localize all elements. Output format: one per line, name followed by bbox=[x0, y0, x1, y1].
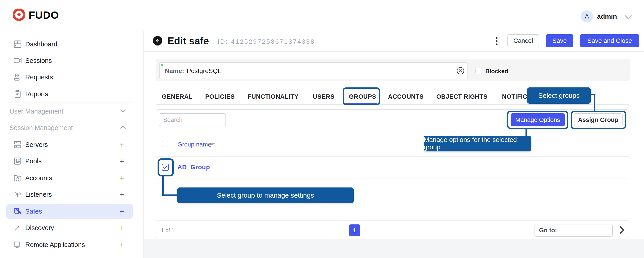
sort-icon[interactable] bbox=[209, 143, 215, 148]
remote-apps-icon bbox=[13, 240, 22, 250]
fudo-logo-text: FUDO bbox=[29, 9, 59, 21]
fudo-logo-icon bbox=[12, 8, 26, 22]
pools-icon bbox=[13, 156, 22, 166]
page-bottom-background bbox=[144, 239, 644, 258]
sidebar-item-dashboard[interactable]: Dashboard bbox=[0, 37, 144, 51]
add-remote-application-button[interactable]: + bbox=[118, 241, 126, 249]
chevron-up-icon bbox=[120, 125, 126, 131]
tab-policies[interactable]: POLICIES bbox=[205, 93, 235, 100]
sidebar-item-label: Discovery bbox=[25, 224, 54, 232]
column-header-group-name[interactable]: Group name bbox=[178, 141, 211, 148]
sidebar-item-safes[interactable]: Safes + bbox=[0, 204, 144, 218]
toolbar-divider bbox=[156, 131, 629, 131]
search-input[interactable] bbox=[159, 114, 226, 126]
safe-id-value: 4125297258671374338 bbox=[231, 38, 315, 45]
discovery-icon bbox=[13, 223, 22, 233]
dashboard-icon bbox=[13, 39, 22, 49]
user-menu-chevron-down-icon[interactable] bbox=[624, 14, 632, 21]
sidebar-item-sessions[interactable]: Sessions bbox=[0, 54, 144, 68]
sidebar-item-reports[interactable]: Reports bbox=[0, 87, 144, 101]
sidebar-item-discovery[interactable]: Discovery + bbox=[0, 221, 144, 235]
sidebar-item-requests[interactable]: Requests bbox=[0, 70, 144, 84]
goto-page-input[interactable]: Go to: bbox=[534, 224, 612, 237]
accounts-icon bbox=[13, 173, 22, 183]
section-label: Session Management bbox=[10, 124, 73, 131]
sidebar-section-session-management[interactable]: Session Management bbox=[10, 122, 136, 133]
sidebar-item-label: Reports bbox=[25, 90, 48, 98]
sidebar-item-listeners[interactable]: Listeners + bbox=[0, 187, 144, 201]
avatar-initial: A bbox=[585, 13, 589, 20]
tabs-bottom-border bbox=[156, 104, 629, 105]
sidebar-item-servers[interactable]: Servers + bbox=[0, 138, 144, 152]
pagination-range: 1 of 1 bbox=[161, 227, 174, 234]
listeners-icon bbox=[13, 189, 22, 199]
table-row-divider bbox=[156, 178, 629, 178]
fudo-logo[interactable]: FUDO bbox=[12, 8, 59, 22]
page-title: Edit safe bbox=[168, 35, 209, 47]
tab-general[interactable]: GENERAL bbox=[162, 93, 192, 100]
add-account-button[interactable]: + bbox=[118, 174, 126, 182]
blocked-label: Blocked bbox=[485, 68, 508, 75]
add-discovery-button[interactable]: + bbox=[118, 224, 126, 232]
page-1-button[interactable]: 1 bbox=[349, 224, 360, 236]
add-server-button[interactable]: + bbox=[118, 140, 126, 149]
goto-label: Go to: bbox=[539, 227, 557, 234]
tab-groups[interactable]: GROUPS bbox=[349, 93, 376, 100]
select-groups-callout: Select groups bbox=[527, 87, 591, 104]
save-button[interactable]: Save bbox=[546, 34, 573, 47]
manage-options-button[interactable]: Manage Options bbox=[510, 113, 565, 127]
user-menu-name[interactable]: admin bbox=[597, 13, 617, 20]
sidebar-item-label: Dashboard bbox=[25, 41, 57, 48]
sessions-icon bbox=[13, 56, 22, 66]
add-listener-button[interactable]: + bbox=[118, 190, 126, 199]
sidebar-item-label: Remote Applications bbox=[25, 241, 85, 249]
sidebar-item-label: Sessions bbox=[25, 57, 52, 64]
tab-users[interactable]: USERS bbox=[313, 93, 334, 100]
select-group-callout: Select group to manage settings bbox=[177, 187, 354, 203]
sidebar-item-label: Safes bbox=[25, 208, 42, 215]
header-divider bbox=[144, 51, 644, 52]
group-name-link[interactable]: AD_Group bbox=[178, 164, 210, 171]
sidebar-item-label: Accounts bbox=[25, 174, 52, 182]
tab-object-rights[interactable]: OBJECT RIGHTS bbox=[436, 93, 488, 100]
name-value: PostgreSQL bbox=[187, 67, 222, 74]
sidebar-section-user-management[interactable]: User Management bbox=[10, 106, 136, 117]
groups-panel bbox=[156, 109, 629, 238]
pagination-divider bbox=[156, 220, 629, 221]
tab-accounts[interactable]: ACCOUNTS bbox=[388, 93, 424, 100]
sidebar-item-label: Requests bbox=[25, 73, 53, 81]
clear-name-icon[interactable] bbox=[456, 67, 464, 75]
callout-connector bbox=[526, 129, 527, 136]
sidebar-item-remote-applications[interactable]: Remote Applications + bbox=[0, 238, 144, 252]
sidebar-item-label: Servers bbox=[25, 141, 48, 148]
back-button[interactable] bbox=[153, 36, 162, 45]
select-all-checkbox[interactable] bbox=[162, 141, 168, 147]
name-field-text: Name:PostgreSQL bbox=[165, 67, 221, 75]
assign-group-button[interactable]: Assign Group bbox=[574, 113, 622, 127]
add-pool-button[interactable]: + bbox=[118, 157, 126, 166]
servers-icon bbox=[13, 140, 22, 150]
row-checkbox-ad-group[interactable] bbox=[162, 164, 169, 171]
group-search[interactable] bbox=[159, 113, 226, 127]
safe-id-label: ID: bbox=[218, 38, 228, 45]
callout-connector bbox=[162, 176, 164, 196]
name-label: Name: bbox=[165, 67, 184, 74]
sidebar-divider bbox=[8, 103, 132, 103]
table-header-divider bbox=[156, 156, 629, 157]
safes-icon bbox=[13, 206, 22, 216]
more-actions-kebab-icon[interactable] bbox=[492, 35, 501, 47]
blocked-checkbox[interactable] bbox=[476, 68, 482, 74]
tab-functionality[interactable]: FUNCTIONALITY bbox=[248, 93, 298, 100]
sidebar-item-pools[interactable]: Pools + bbox=[0, 154, 144, 168]
avatar[interactable]: A bbox=[581, 10, 593, 22]
save-and-close-button[interactable]: Save and Close bbox=[580, 34, 639, 47]
top-bar bbox=[0, 0, 644, 30]
modified-status-dot bbox=[161, 64, 163, 66]
section-label: User Management bbox=[10, 108, 64, 115]
reports-icon bbox=[13, 89, 22, 99]
callout-connector bbox=[162, 194, 178, 196]
cancel-button[interactable]: Cancel bbox=[508, 34, 539, 47]
next-page-chevron-icon[interactable] bbox=[617, 225, 627, 235]
add-safe-button[interactable]: + bbox=[118, 207, 126, 216]
sidebar-item-accounts[interactable]: Accounts + bbox=[0, 171, 144, 185]
